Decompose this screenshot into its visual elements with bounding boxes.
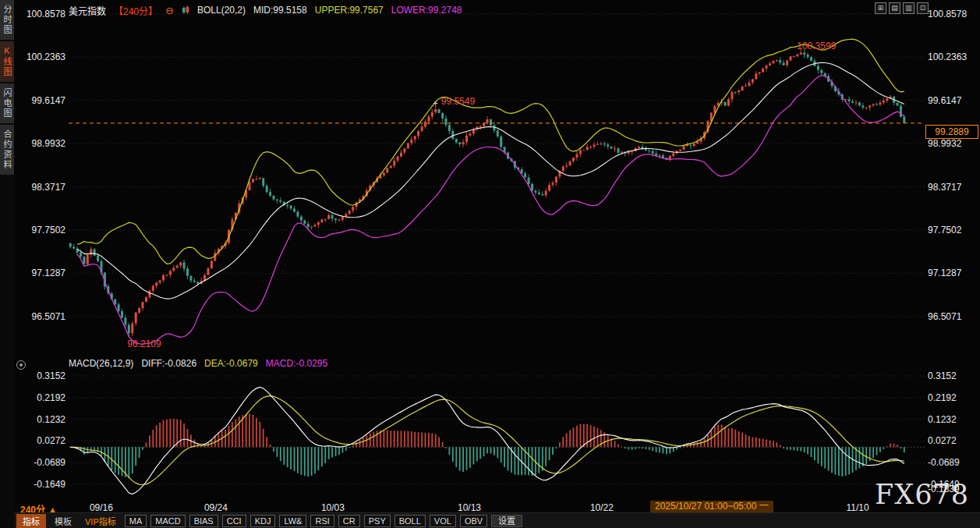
toolbar-btn-ma[interactable]: MA [125,515,147,527]
toolbar-btn-cci[interactable]: CCI [222,515,246,527]
macd-tick-right: 0.0272 [928,435,957,446]
sidebar-tab-time-chart[interactable]: 分时图 [0,0,14,40]
boll-upper-value: UPPER:99.7567 [315,5,384,16]
macd-tick-right: 0.2192 [928,392,957,403]
boll-indicator-label: BOLL(20,2) [197,5,246,16]
toolbar-btn-indicators[interactable]: 指标 [16,514,46,528]
macd-tick-left: 0.1232 [12,414,65,425]
price-tick-left: 98.3717 [12,182,65,193]
toolbar-btn-obv[interactable]: OBV [460,515,487,527]
price-tick-right: 100.8578 [928,9,967,19]
macd-diff-value: DIFF:-0.0826 [141,358,196,369]
macd-tick-left: -0.1649 [12,479,65,490]
price-tick-right: 97.1287 [928,268,961,278]
sidebar-tab-contract-info[interactable]: 合约资料 [0,125,14,175]
last-price-tag: 99.2889 [925,125,978,139]
toolbar-btn-bias[interactable]: BIAS [189,515,218,527]
macd-tick-left: 0.2192 [12,392,65,403]
price-tick-left: 100.8578 [12,9,65,19]
toolbar-btn-templates[interactable]: 模板 [50,514,76,528]
macd-header: MACD(26,12,9) DIFF:-0.0826 DEA:-0.0679 M… [69,358,327,369]
price-tick-left: 97.1287 [12,268,65,278]
new-window-icon[interactable]: ⊞ [875,2,886,14]
watermark: FX678 [875,479,969,510]
toolbar-btn-rsi[interactable]: RSI [310,515,334,527]
price-tick-left: 97.7502 [12,225,65,236]
macd-tick-left: -0.0689 [12,457,65,468]
price-tick-left: 98.9932 [12,138,65,149]
layout-columns-icon[interactable]: ▥ [903,2,915,14]
price-chart-canvas[interactable] [69,8,925,356]
selected-bar-time-label: 2025/10/27 01:00~05:00 一 [650,501,773,512]
toolbar-btn-lwr[interactable]: LW& [279,515,306,527]
x-axis-date: 10/13 [458,502,481,513]
app-window: 分时图 K线图 闪电图 合约资料 美元指数 【240分】 ⊖ BOLL(20,2… [0,0,980,528]
window-layout-controls: ⊞▤▥⊡ [875,2,929,14]
macd-tick-left: 0.3152 [12,370,65,381]
toolbar-btn-vol[interactable]: VOL [430,515,456,527]
layout-grid-icon[interactable]: ⊡ [917,2,929,14]
macd-chart-canvas[interactable] [69,370,925,499]
x-axis-date: 10/03 [321,502,345,513]
toolbar-btn-psy[interactable]: PSY [364,515,391,527]
sidebar-tab-kline-chart[interactable]: K线图 [0,41,14,82]
x-axis-date: 09/16 [90,502,113,513]
toolbar-btn-settings[interactable]: 设置 [491,515,522,527]
x-axis-date: 10/22 [590,502,614,513]
macd-params-label: MACD(26,12,9) [69,358,133,369]
boll-lower-value: LOWER:99.2748 [391,5,462,16]
indicator-toggle-icon[interactable] [16,360,26,370]
layout-rows-icon[interactable]: ▤ [889,2,900,14]
period-label: 【240分】 [114,4,157,17]
price-tick-right: 98.3717 [928,182,961,193]
price-tick-right: 97.7502 [928,225,961,236]
macd-macd-value: MACD:-0.0295 [266,358,327,369]
macd-tick-right: -0.0689 [928,457,960,468]
toolbar-btn-cr[interactable]: CR [338,515,360,527]
x-axis-date: 09/24 [204,502,228,513]
indicator-toolbar: 指标模板VIP指标MAMACDBIASCCIKDJLW&RSICRPSYBOLL… [14,512,980,528]
price-tick-right: 96.5071 [928,311,961,322]
toolbar-btn-boll[interactable]: BOLL [394,515,426,527]
price-tick-left: 96.5071 [12,311,65,322]
sidebar: 分时图 K线图 闪电图 合约资料 [0,0,14,528]
price-tick-left: 99.6147 [12,95,65,106]
price-tick-right: 100.2363 [928,51,967,62]
toolbar-btn-vip-indicators[interactable]: VIP指标 [80,514,121,528]
x-axis-date: 11/10 [846,502,869,513]
collapse-icon[interactable]: ⊖ [165,5,174,16]
price-tick-right: 98.9932 [928,138,961,149]
macd-tick-left: 0.0272 [12,435,65,446]
toolbar-btn-kdj[interactable]: KDJ [250,515,276,527]
toolbar-btn-macd[interactable]: MACD [150,515,185,527]
boll-mid-value: MID:99.5158 [253,5,307,16]
macd-tick-right: 0.3152 [928,370,957,381]
macd-dea-value: DEA:-0.0679 [204,358,258,369]
macd-tick-right: 0.1232 [928,414,957,425]
price-tick-left: 100.2363 [12,51,65,62]
candlestick-icon [182,5,189,15]
chart-header: 美元指数 【240分】 ⊖ BOLL(20,2) MID:99.5158 UPP… [69,4,462,16]
sidebar-tab-lightning-chart[interactable]: 闪电图 [0,83,14,123]
price-tick-right: 99.6147 [928,95,961,106]
symbol-name: 美元指数 [69,4,106,17]
